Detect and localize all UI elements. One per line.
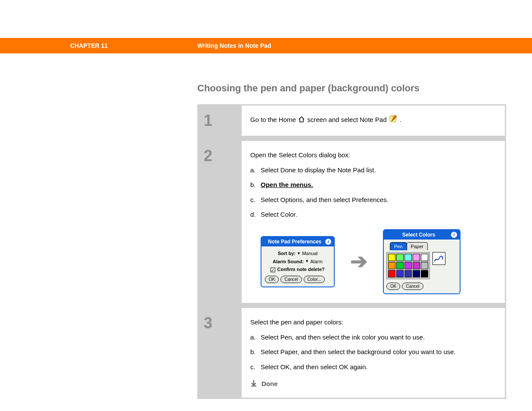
section-label: Writing Notes in Note Pad	[197, 42, 271, 49]
dialog-titlebar: Note Pad Preferences i	[261, 237, 334, 246]
color-swatch	[413, 270, 420, 277]
color-swatch	[388, 270, 395, 277]
dialog-buttons: OK Cancel	[386, 283, 457, 290]
color-swatch	[388, 262, 395, 269]
substep-text: Select Color.	[261, 210, 496, 220]
substep-b: b. Open the menus.	[250, 180, 496, 190]
dialog-titlebar: Select Colors i	[384, 230, 460, 240]
step-body: Go to the Home screen and select Note Pa…	[242, 106, 505, 136]
substep-letter: b.	[250, 347, 261, 357]
substep-text: Select Paper, and then select the backgr…	[261, 347, 496, 357]
preferences-dialog: Note Pad Preferences i Sort by: ▼ Manual…	[261, 236, 335, 287]
color-swatch	[388, 254, 395, 261]
cancel-button: Cancel	[280, 276, 302, 283]
alarm-value: Alarm	[310, 258, 323, 265]
step-2: 2 Open the Select Colors dialog box: a. …	[199, 141, 505, 303]
step-body: Select the pen and paper colors: a. Sele…	[242, 308, 505, 398]
sortby-value: Manual	[302, 250, 317, 257]
steps-container: 1 Go to the Home screen and select Note …	[197, 104, 506, 399]
substep-text: Select OK, and then select OK again.	[261, 362, 496, 372]
color-swatch	[421, 254, 428, 261]
svg-point-1	[391, 120, 392, 121]
tabs: Pen Paper	[390, 242, 457, 251]
tab-paper: Paper	[407, 242, 428, 251]
alarm-label: Alarm Sound:	[273, 258, 304, 265]
done-label: Done	[261, 379, 278, 389]
color-swatch	[404, 262, 412, 269]
ok-button: OK	[265, 276, 279, 283]
dialog-body: Sort by: ▼ Manual Alarm Sound: ▼ Alarm	[261, 246, 334, 286]
substep-letter: a.	[250, 165, 261, 175]
page-title: Choosing the pen and paper (background) …	[197, 83, 506, 94]
color-swatch	[404, 270, 412, 277]
color-swatch	[413, 262, 420, 269]
ok-button: OK	[386, 283, 400, 290]
dropdown-icon: ▼	[305, 258, 309, 265]
text: screen and select Note Pad	[307, 116, 388, 123]
dialog-buttons: OK Cancel Color...	[265, 276, 330, 283]
color-swatch	[396, 270, 404, 277]
substep-text: Select Options, and then select Preferen…	[261, 195, 496, 205]
substeps: a. Select Pen, and then select the ink c…	[250, 333, 496, 372]
step-body: Open the Select Colors dialog box: a. Se…	[242, 141, 505, 303]
checkbox-icon	[271, 268, 275, 272]
step-intro: Open the Select Colors dialog box:	[250, 150, 496, 160]
sortby-label: Sort by:	[278, 250, 296, 257]
confirm-delete-label: Confirm note delete?	[277, 266, 324, 273]
open-menus-link[interactable]: Open the menus.	[261, 181, 313, 188]
substep-text: Select Done to display the Note Pad list…	[261, 165, 496, 175]
cancel-button: Cancel	[402, 283, 423, 290]
color-swatch	[404, 254, 412, 261]
color-button: Color...	[304, 276, 325, 283]
substep-letter: d.	[250, 210, 261, 220]
step-number: 2	[199, 141, 242, 303]
color-swatch	[413, 254, 420, 261]
substep-letter: c.	[250, 362, 261, 372]
color-swatch	[421, 262, 428, 269]
color-swatch-grid	[386, 252, 430, 279]
substep-d: d. Select Color.	[250, 210, 496, 220]
substep-letter: c.	[250, 195, 261, 205]
step-intro: Select the pen and paper colors:	[250, 318, 496, 327]
step-1: 1 Go to the Home screen and select Note …	[199, 106, 505, 136]
substep-text: Select Pen, and then select the ink colo…	[261, 333, 496, 342]
page-body: Choosing the pen and paper (background) …	[0, 53, 532, 399]
dialog-title: Select Colors	[386, 231, 451, 239]
substep-letter: b.	[250, 180, 261, 190]
text: .	[400, 116, 401, 123]
select-colors-dialog: Select Colors i Pen Paper	[383, 229, 460, 295]
step-3: 3 Select the pen and paper colors: a. Se…	[199, 308, 505, 398]
notepad-app-icon	[389, 115, 398, 126]
dialog-body: Pen Paper	[384, 240, 460, 294]
substep-a: a. Select Pen, and then select the ink c…	[250, 333, 496, 342]
arrow-right-icon: ➔	[350, 246, 367, 277]
substep-c: c. Select Options, and then select Prefe…	[250, 195, 496, 205]
substep-a: a. Select Done to display the Note Pad l…	[250, 165, 496, 175]
text: Go to the Home	[250, 116, 298, 123]
color-swatch	[396, 262, 404, 269]
step-number: 3	[199, 308, 242, 398]
info-icon: i	[325, 239, 331, 245]
step-number: 1	[199, 106, 242, 136]
chapter-header-bar: CHAPTER 11 Writing Notes in Note Pad	[0, 38, 532, 53]
home-icon	[298, 115, 305, 125]
info-icon: i	[451, 232, 457, 238]
done-row: Done	[250, 379, 496, 389]
diagrams-row: Note Pad Preferences i Sort by: ▼ Manual…	[261, 229, 496, 295]
chapter-label: CHAPTER 11	[70, 42, 197, 49]
substep-letter: a.	[250, 333, 261, 342]
color-swatch	[421, 270, 428, 277]
pen-preview	[432, 252, 445, 265]
substep-b: b. Select Paper, and then select the bac…	[250, 347, 496, 357]
color-swatch	[396, 254, 404, 261]
substeps: a. Select Done to display the Note Pad l…	[250, 165, 496, 220]
substep-c: c. Select OK, and then select OK again.	[250, 362, 496, 372]
done-arrow-icon	[250, 379, 257, 389]
dropdown-icon: ▼	[297, 251, 301, 257]
dialog-title: Note Pad Preferences	[264, 238, 325, 246]
tab-pen: Pen	[390, 242, 407, 251]
